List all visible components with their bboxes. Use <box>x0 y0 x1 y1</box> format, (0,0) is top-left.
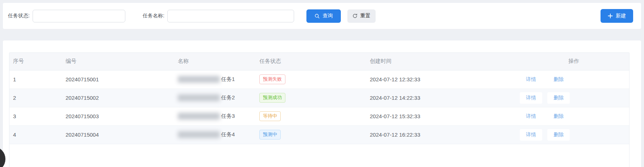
redacted-name-blur <box>178 94 220 101</box>
cell-index: 4 <box>9 125 62 144</box>
task-list-card: 序号 编号 名称 任务状态 创建时间 操作 1 20240715001 任务1 … <box>3 40 641 167</box>
cell-created: 2024-07-12 16:22:33 <box>366 125 518 144</box>
cell-index: 3 <box>9 107 62 125</box>
delete-button[interactable]: 删除 <box>547 111 570 122</box>
cell-name: 任务2 <box>174 89 256 107</box>
status-badge: 预测中 <box>259 130 281 139</box>
cell-index: 1 <box>9 70 62 89</box>
redacted-name-blur <box>178 131 220 138</box>
cell-status: 预测成功 <box>256 89 366 107</box>
status-badge: 预测失败 <box>259 74 285 84</box>
name-suffix: 任务3 <box>221 113 235 119</box>
detail-button[interactable]: 详情 <box>520 129 542 141</box>
task-name-label: 任务名称: <box>143 13 164 19</box>
cell-name: 任务3 <box>174 107 256 125</box>
detail-button[interactable]: 详情 <box>520 92 542 104</box>
table-body: 1 20240715001 任务1 预测失败 2024-07-12 12:32:… <box>9 70 629 144</box>
cell-operations: 详情 删除 <box>518 89 629 107</box>
column-header-index: 序号 <box>9 53 62 70</box>
search-icon <box>314 13 320 19</box>
name-suffix: 任务1 <box>221 76 235 82</box>
cell-created: 2024-07-12 15:32:33 <box>366 107 518 125</box>
detail-button[interactable]: 详情 <box>520 111 542 122</box>
column-header-operations: 操作 <box>518 53 629 70</box>
task-name-input[interactable] <box>167 10 294 22</box>
task-status-input[interactable] <box>33 10 125 22</box>
status-badge: 预测成功 <box>259 93 285 102</box>
reset-button[interactable]: 重置 <box>347 9 376 23</box>
redacted-name-blur <box>178 113 220 120</box>
cell-index: 2 <box>9 89 62 107</box>
delete-button[interactable]: 删除 <box>547 129 570 141</box>
column-header-status: 任务状态 <box>256 53 366 70</box>
table-row: 3 20240715003 任务3 等待中 2024-07-12 15:32:3… <box>9 107 629 125</box>
column-header-name: 名称 <box>174 53 256 70</box>
reset-button-label: 重置 <box>360 13 371 19</box>
filter-toolbar: 任务状态: 任务名称: 查询 重置 新建 <box>3 3 641 29</box>
cell-status: 预测失败 <box>256 70 366 89</box>
cell-operations: 详情 删除 <box>518 70 629 89</box>
cell-status: 等待中 <box>256 107 366 125</box>
table-row: 2 20240715002 任务2 预测成功 2024-07-12 14:22:… <box>9 89 629 107</box>
cell-code: 20240715003 <box>62 107 174 125</box>
cell-code: 20240715002 <box>62 89 174 107</box>
table-row: 4 20240715004 任务4 预测中 2024-07-12 16:22:3… <box>9 125 629 144</box>
search-button[interactable]: 查询 <box>306 9 341 23</box>
delete-button[interactable]: 删除 <box>547 92 570 104</box>
status-badge: 等待中 <box>259 111 281 121</box>
cell-created: 2024-07-12 14:22:33 <box>366 89 518 107</box>
create-button[interactable]: 新建 <box>601 9 633 23</box>
task-table: 序号 编号 名称 任务状态 创建时间 操作 1 20240715001 任务1 … <box>9 52 630 167</box>
table-header-row: 序号 编号 名称 任务状态 创建时间 操作 <box>9 53 629 70</box>
column-header-code: 编号 <box>62 53 174 70</box>
table-row: 1 20240715001 任务1 预测失败 2024-07-12 12:32:… <box>9 70 629 89</box>
cell-name: 任务4 <box>174 125 256 144</box>
refresh-icon <box>352 13 357 18</box>
cell-status: 预测中 <box>256 125 366 144</box>
cell-created: 2024-07-12 12:32:33 <box>366 70 518 89</box>
create-button-label: 新建 <box>616 13 626 19</box>
search-button-label: 查询 <box>323 13 333 19</box>
plus-icon <box>608 13 613 18</box>
cell-code: 20240715001 <box>62 70 174 89</box>
name-suffix: 任务2 <box>221 94 235 100</box>
cell-operations: 详情 删除 <box>518 125 629 144</box>
delete-button[interactable]: 删除 <box>547 74 570 85</box>
column-header-created: 创建时间 <box>366 53 518 70</box>
task-status-label: 任务状态: <box>8 13 30 19</box>
redacted-name-blur <box>178 76 220 83</box>
cell-code: 20240715004 <box>62 125 174 144</box>
name-suffix: 任务4 <box>221 131 235 137</box>
cell-name: 任务1 <box>174 70 256 89</box>
cell-operations: 详情 删除 <box>518 107 629 125</box>
detail-button[interactable]: 详情 <box>520 74 542 85</box>
